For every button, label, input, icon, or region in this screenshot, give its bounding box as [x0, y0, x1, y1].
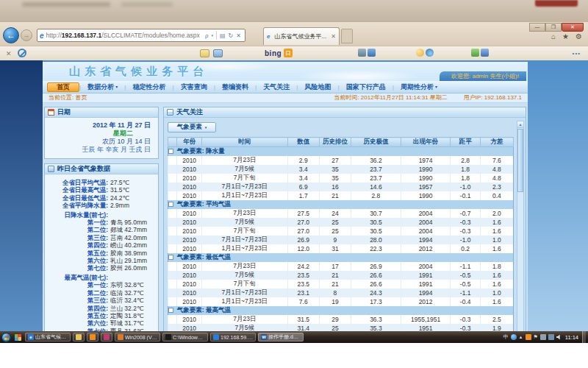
table-row[interactable]: 20107月下旬23.52126.61991-0.51.6 [168, 280, 514, 289]
forward-button[interactable]: → [21, 29, 32, 41]
taskbar-button-2[interactable] [87, 333, 98, 342]
note-addon-icon[interactable] [200, 49, 209, 57]
column-header[interactable]: 历史极值 [351, 138, 401, 147]
table-row[interactable]: 20107月23日27.52430.72004-0.72.0 [168, 209, 514, 218]
tools-icon[interactable]: ⚙ [576, 32, 582, 40]
mail-addon-icon[interactable] [213, 49, 223, 57]
close-button[interactable]: ✕ [562, 23, 584, 32]
column-header[interactable]: 年份 [177, 138, 202, 147]
addon-cluster-2[interactable] [416, 49, 434, 57]
collapse-box-icon[interactable] [168, 202, 173, 207]
collapse-box-icon[interactable] [168, 149, 173, 154]
blocked-plugin-icon[interactable] [18, 49, 26, 57]
bing-search-widget[interactable]: bing 口 [265, 49, 293, 57]
table-row[interactable]: 20107月5候3.43523.719901.84.8 [168, 165, 514, 174]
table-group-row[interactable]: 气象要素: 降水量 [168, 147, 514, 157]
addon-icon[interactable] [416, 49, 424, 57]
taskbar-button-1[interactable] [73, 333, 85, 342]
home-icon[interactable]: ⌂ [551, 32, 556, 40]
ime-indicator[interactable]: 中 [503, 333, 509, 341]
back-button[interactable]: ← [3, 27, 19, 43]
tab-close-icon[interactable]: ✕ [331, 33, 336, 40]
browser-tab[interactable]: e 山东省气候业务平... ✕ [263, 27, 340, 45]
search-dropdown-icon[interactable]: ▾ [212, 33, 214, 38]
taskbar-clock[interactable]: 11:14 [565, 334, 578, 341]
addon-cluster-3[interactable] [471, 49, 489, 57]
refresh-icon[interactable]: ↻ [229, 32, 234, 39]
column-header[interactable]: 历史排位 [319, 138, 351, 147]
search-icon[interactable]: ρ [205, 32, 209, 39]
table-scrollbar[interactable]: ▲ [517, 121, 524, 331]
collapse-box-icon[interactable] [168, 308, 173, 313]
tray-expand-icon[interactable]: ▲ [519, 335, 523, 339]
addon-icon[interactable] [471, 49, 479, 57]
taskbar-button-6[interactable]: 192.168.59.99... [210, 333, 256, 342]
scroll-up-icon[interactable]: ▲ [517, 121, 523, 128]
taskbar-button-3[interactable] [101, 333, 112, 342]
scrollbar-thumb[interactable] [517, 129, 523, 192]
table-row[interactable]: 20107月1日~7月23日26.9928.01994-1.01.0 [168, 236, 514, 244]
table-group-row[interactable]: 气象要素: 平均气温 [168, 200, 514, 209]
menu-item-3[interactable]: 灾害查询 [174, 82, 214, 92]
table-row[interactable]: 20107月23日2.92736.219742.87.6 [168, 156, 514, 165]
menu-item-6[interactable]: 风险地图 [298, 82, 338, 92]
compatibility-icon[interactable]: ▤ [220, 32, 226, 39]
addon-icon[interactable] [368, 49, 376, 57]
table-row[interactable]: 20107月5候23.52126.61991-0.51.6 [168, 271, 514, 280]
action-center-flag-icon[interactable]: ⚑ [534, 334, 538, 340]
table-row[interactable]: 20107月1日~7月23日6.91614.61957-1.02.3 [168, 183, 514, 191]
separator [216, 31, 217, 40]
wangwang-tray-icon[interactable] [526, 334, 531, 340]
column-header[interactable]: 时间 [202, 138, 288, 147]
addon-icon[interactable] [358, 49, 366, 57]
more-addons-icon[interactable]: ••• [573, 50, 581, 57]
column-header[interactable]: 数值 [287, 138, 319, 147]
table-row[interactable]: 20107月1日~7月23日23.1824.31994-1.11.0 [168, 289, 514, 297]
table-group-row[interactable]: 气象要素: 最低气温 [168, 253, 514, 262]
table-row[interactable]: 20107月23日24.21726.92004-1.11.8 [168, 262, 514, 271]
collapse-box-icon[interactable] [168, 255, 173, 260]
table-row[interactable]: 20107月23日31.52936.31955,1951-0.32.5 [168, 315, 514, 324]
address-bar[interactable]: e http://192.168.137.1/SLCCLIMATE/module… [37, 29, 245, 42]
table-cell: 27.5 [287, 209, 319, 218]
menu-item-7[interactable]: 国家下行产品 [340, 82, 392, 92]
addon-cluster-1[interactable] [358, 49, 376, 57]
minimize-button[interactable]: — [529, 23, 545, 32]
table-row[interactable]: 20107月下旬27.02530.52004-0.31.6 [168, 227, 514, 236]
taskbar-button-7[interactable]: W操作手册.docx ... [258, 333, 304, 342]
stop-icon[interactable]: ✕ [236, 32, 241, 39]
pinned-app-icon[interactable] [15, 334, 21, 341]
menu-item-5[interactable]: 天气关注 [257, 82, 296, 92]
menu-item-4[interactable]: 整编资料 [215, 82, 255, 92]
maximize-button[interactable]: ❐ [545, 23, 562, 32]
taskbar-button-4[interactable]: Win2008 (VS2... [115, 333, 160, 342]
menu-item-0[interactable]: 首页 [47, 82, 79, 92]
show-desktop-button[interactable] [582, 331, 586, 343]
table-row[interactable]: 20101月1日~7月23日7.61917.32012-0.41.6 [168, 297, 514, 306]
network-tray-icon[interactable] [548, 334, 554, 340]
messenger-tray-icon[interactable] [511, 334, 517, 340]
table-row[interactable]: 20107月5候31.42535.31951-0.31.9 [168, 324, 514, 331]
menu-item-1[interactable]: 数据分析▾ [81, 82, 124, 92]
display-tray-icon[interactable] [540, 334, 546, 340]
column-header[interactable]: 距平 [451, 138, 480, 147]
menu-item-8[interactable]: 周期性分析▾ [394, 82, 444, 92]
close-bar-icon[interactable]: ✕ [6, 50, 12, 57]
table-row[interactable]: 20101月1日~7月23日12.03122.320120.21.6 [168, 244, 514, 253]
addon-icon[interactable] [481, 49, 489, 57]
start-button[interactable] [1, 333, 11, 342]
table-row[interactable]: 20107月5候27.02530.52004-0.31.6 [168, 218, 514, 227]
table-row[interactable]: 20101月1日~7月23日1.7212.81990-0.10.4 [168, 191, 514, 200]
column-header[interactable]: 方差 [480, 138, 513, 147]
favorites-icon[interactable]: ★ [562, 32, 569, 40]
taskbar-button-0[interactable]: e山东省气候业... [25, 333, 71, 342]
menu-item-2[interactable]: 稳定性分析 [126, 82, 173, 92]
volume-icon[interactable] [556, 335, 562, 340]
column-header[interactable]: 出现年份 [401, 138, 451, 147]
addon-icon[interactable] [426, 49, 434, 57]
table-group-row[interactable]: 气象要素: 最高气温 [168, 306, 514, 315]
table-row[interactable]: 20107月下旬3.43523.719901.84.8 [168, 174, 514, 183]
element-filter-button[interactable]: 气象要素 ▾ [168, 122, 216, 132]
taskbar-button-5[interactable]: C:\Windows\s... [162, 333, 208, 342]
new-tab-button[interactable] [341, 29, 353, 43]
